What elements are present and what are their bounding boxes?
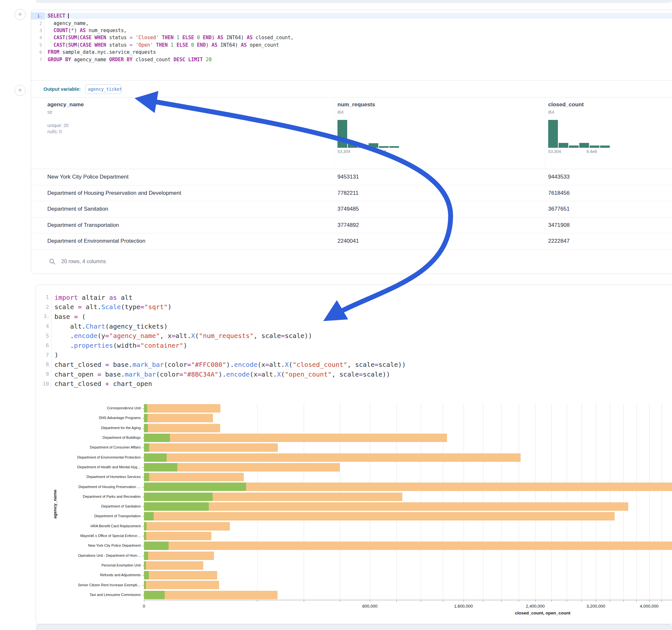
python-code-editor[interactable]: 1import altair as alt2scale = alt.Scale(… <box>36 293 672 389</box>
x-axis-tick <box>519 600 519 602</box>
column-header-closed_count[interactable]: closed_counti6453,3049.4e6 <box>548 97 610 169</box>
bar-open-count[interactable] <box>144 443 149 452</box>
bar-closed-count[interactable] <box>144 541 672 550</box>
bar-open-count[interactable] <box>144 434 170 442</box>
bar-open-count[interactable] <box>144 512 154 520</box>
sql-code-editor[interactable]: 1⌄SELECT 2 agency_name,3 COUNT(*) AS num… <box>31 12 672 63</box>
bar-open-count[interactable] <box>144 502 209 511</box>
x-axis-tick-label: 2,400,000 <box>526 604 545 609</box>
column-header-agency_name[interactable]: agency_namestrunique: 20nulls: 0 <box>47 97 83 169</box>
add-cell-button-middle[interactable]: + <box>15 85 26 96</box>
line-number: 5 <box>31 42 45 49</box>
code-line[interactable]: 7GROUP BY agency_name ORDER BY closed_co… <box>31 56 672 63</box>
gridline <box>397 404 397 600</box>
bar-open-count[interactable] <box>144 473 149 481</box>
bar-open-count[interactable] <box>144 581 146 589</box>
code-line[interactable]: 8chart_closed = base.mark_bar(color="#FF… <box>36 360 672 369</box>
bar-closed-count[interactable] <box>144 532 211 540</box>
table-cell: 9453131 <box>337 169 359 185</box>
gridline <box>304 404 304 600</box>
code-line[interactable]: 7) <box>36 350 672 360</box>
code-line[interactable]: 4 alt.Chart(agency_tickets) <box>36 321 672 331</box>
table-footer: 20 rows, 4 columns <box>31 254 672 269</box>
search-icon[interactable] <box>49 258 55 265</box>
bar-closed-count[interactable] <box>144 404 220 413</box>
x-axis-tick-label: 0 <box>143 604 145 609</box>
table-cell: 7782211 <box>337 185 359 201</box>
code-text: import altair as alt <box>51 294 672 301</box>
code-line[interactable]: 2scale = alt.Scale(type="sqrt") <box>36 302 672 312</box>
y-axis-label: Personal Exemption Unit <box>101 563 141 567</box>
code-text: chart_open = base.mark_bar(color="#8BC34… <box>51 370 672 378</box>
bar-open-count[interactable] <box>144 492 213 501</box>
table-cell: 3677651 <box>548 201 570 217</box>
bar-open-count[interactable] <box>144 424 148 432</box>
bar-closed-count[interactable] <box>144 522 230 531</box>
bar-open-count[interactable] <box>144 552 148 560</box>
code-line[interactable]: 4 CAST(SUM(CASE WHEN status = 'Closed' T… <box>31 34 672 41</box>
code-line[interactable]: 2 agency_name, <box>31 20 672 27</box>
bar-closed-count[interactable] <box>144 552 214 560</box>
bar-closed-count[interactable] <box>144 581 219 589</box>
row-count-label: 20 rows, 4 columns <box>61 259 106 264</box>
add-cell-button-top[interactable]: + <box>15 9 26 20</box>
line-number: 6 <box>36 341 51 350</box>
code-line[interactable]: 3 COUNT(*) AS num_requests, <box>31 27 672 34</box>
bar-open-count[interactable] <box>144 591 165 599</box>
column-header-num_requests[interactable]: num_requestsi6453,3049.5e6 <box>337 97 399 169</box>
bar-open-count[interactable] <box>144 522 146 531</box>
bar-closed-count[interactable] <box>144 512 615 520</box>
x-axis-tick <box>581 600 582 602</box>
code-text: ) <box>51 351 672 359</box>
bar-closed-count[interactable] <box>144 473 244 481</box>
bar-open-count[interactable] <box>144 532 146 540</box>
code-text: CAST(SUM(CASE WHEN status = 'Open' THEN … <box>45 42 672 48</box>
table-row[interactable]: Department of Transportation377489234719… <box>31 217 672 234</box>
chart-plot-area <box>144 404 672 600</box>
code-line[interactable]: 3⌄base = ( <box>36 312 672 321</box>
code-line[interactable]: 6FROM sample_data.nyc.service_requests <box>31 49 672 56</box>
bar-open-count[interactable] <box>144 453 167 462</box>
code-text: GROUP BY agency_name ORDER BY closed_cou… <box>45 57 672 63</box>
bar-open-count[interactable] <box>144 561 146 570</box>
bar-open-count[interactable] <box>144 463 177 471</box>
text-cursor <box>68 13 69 19</box>
bar-open-count[interactable] <box>144 414 147 422</box>
bar-closed-count[interactable] <box>144 571 217 579</box>
code-line[interactable]: 5 CAST(SUM(CASE WHEN status = 'Open' THE… <box>31 42 672 49</box>
bar-open-count[interactable] <box>144 483 246 491</box>
code-line[interactable]: 9chart_open = base.mark_bar(color="#8BC3… <box>36 369 672 379</box>
bar-open-count[interactable] <box>144 404 147 413</box>
y-axis-label: HRA Benefit Card Replacement <box>91 524 141 528</box>
output-variable-badge[interactable]: agency_tickets <box>85 84 122 94</box>
table-row[interactable]: Department of Sanitation37494853677651 <box>31 201 672 217</box>
code-line[interactable]: 1import altair as alt <box>36 293 672 302</box>
line-number: 1 <box>36 293 51 302</box>
bar-closed-count[interactable] <box>144 424 220 432</box>
fold-chevron-icon[interactable]: ⌄ <box>40 14 42 18</box>
code-line[interactable]: 5 .encode(y="agency_name", x=alt.X("num_… <box>36 331 672 341</box>
code-line[interactable]: 10chart_closed + chart_open <box>36 379 672 389</box>
y-axis-label: Department for the Aging <box>101 426 141 430</box>
bar-closed-count[interactable] <box>144 561 203 570</box>
code-line[interactable]: 1⌄SELECT <box>31 12 672 20</box>
x-axis-tick <box>463 600 464 602</box>
bar-closed-count[interactable] <box>144 443 278 452</box>
y-axis-label: Department of Housing Preservation … <box>78 485 141 489</box>
table-row[interactable]: New York City Police Department945313194… <box>31 169 672 185</box>
table-row[interactable]: Department of Housing Preservation and D… <box>31 185 672 201</box>
code-line[interactable]: 6 .properties(width="container") <box>36 341 672 350</box>
y-axis-label: Department of Consumer Affairs <box>90 445 141 449</box>
bar-closed-count[interactable] <box>144 414 213 422</box>
fold-chevron-icon[interactable]: ⌄ <box>47 315 49 318</box>
bar-open-count[interactable] <box>144 541 169 550</box>
bar-closed-count[interactable] <box>144 453 521 462</box>
histogram-range-labels: 53,3049.5e6 <box>337 149 399 154</box>
bar-closed-count[interactable] <box>144 502 628 511</box>
bar-open-count[interactable] <box>144 571 149 579</box>
table-row[interactable]: Department of Environmental Protection22… <box>31 233 672 249</box>
x-axis-tick <box>483 600 483 602</box>
x-axis-tick <box>304 600 304 602</box>
bar-closed-count[interactable] <box>144 434 447 442</box>
line-number: 4 <box>36 321 51 331</box>
